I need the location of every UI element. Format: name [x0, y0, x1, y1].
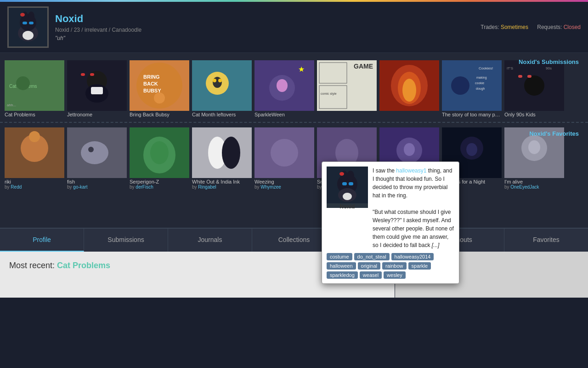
thumb-serperigon[interactable]: Serperigon-Z by derFisch — [130, 127, 189, 190]
svg-point-51 — [524, 75, 544, 96]
riki-author-link[interactable]: Redd — [11, 184, 22, 190]
tag-weasel[interactable]: weasel — [360, 271, 382, 279]
thumb-whiteout[interactable]: White Out & India Ink by Ringabel — [192, 127, 252, 190]
user-avatar — [7, 6, 49, 48]
bottom-content: Most recent: Cat Problems Profile — [0, 252, 588, 298]
user-quote: "uh" — [55, 35, 481, 41]
svg-point-78 — [528, 140, 540, 154]
thumb-title-serperigon: Serperigon-Z — [130, 179, 189, 184]
thumb-fish[interactable]: fish by go-kart — [67, 127, 127, 190]
nav-journals[interactable]: Journals — [168, 229, 252, 252]
thumb-title-jettronome: Jettronome — [67, 112, 127, 117]
svg-text:making: making — [476, 76, 487, 80]
svg-text:★: ★ — [298, 65, 305, 73]
svg-text:BRING: BRING — [143, 74, 159, 80]
svg-text:cookie: cookie — [475, 81, 484, 85]
svg-rect-18 — [91, 87, 103, 94]
thumb-bring-back-bubsy[interactable]: BRINGBACKBUBSY Bring Back Bubsy — [130, 60, 189, 117]
tag-do-not-steal[interactable]: do_not_steal — [354, 253, 390, 260]
thumb-title-sparkleween: SparkleWeen — [254, 112, 314, 117]
tag-wesley[interactable]: wesley — [384, 271, 406, 279]
svg-point-59 — [88, 147, 94, 152]
halloweasy-link[interactable]: halloweasy1 — [396, 167, 426, 174]
thumb-game[interactable]: GAMEcomic style — [317, 60, 377, 117]
svg-text:BACK: BACK — [143, 81, 158, 86]
thumb-by-riki: by Redd — [5, 184, 64, 190]
thumb-riki[interactable]: riki by Redd — [5, 127, 64, 190]
thumb-title-cat-month: Cat Month leftovers — [192, 112, 252, 117]
thumb-cat-month[interactable]: Cat Month leftovers — [192, 60, 252, 117]
svg-point-11 — [16, 76, 30, 90]
tag-halloweasy2014[interactable]: halloweasy2014 — [391, 253, 434, 260]
svg-point-5 — [20, 13, 25, 17]
thumb-title-bring-back-bubsy: Bring Back Bubsy — [130, 112, 189, 117]
nav-submissions[interactable]: Submissions — [84, 229, 168, 252]
thumb-by-alive: by OneEyedJack — [504, 184, 564, 190]
svg-point-75 — [466, 143, 477, 156]
svg-rect-16 — [90, 73, 94, 76]
alive-author-link[interactable]: OneEyedJack — [510, 184, 539, 190]
thumb-cat-problems[interactable]: Cat Problemsahh... Cat Problems — [5, 60, 64, 117]
svg-rect-84 — [342, 182, 347, 185]
nav-profile[interactable]: Profile — [0, 229, 84, 252]
gallery-divider — [0, 122, 588, 123]
svg-point-87 — [343, 193, 352, 200]
svg-point-83 — [339, 172, 344, 176]
thumb-by-whiteout: by Ringabel — [192, 184, 252, 190]
submissions-label: Noxid's Submissions — [514, 57, 583, 67]
nav-favorites[interactable]: Favorites — [504, 229, 588, 252]
svg-point-26 — [213, 77, 222, 88]
svg-text:Cookies!: Cookies! — [479, 66, 493, 70]
bottom-nav: Profile Submissions Journals Collections… — [0, 228, 588, 252]
trades-label: Trades: — [481, 24, 499, 30]
trades-value: Sometimes — [501, 24, 528, 30]
most-recent-title[interactable]: Cat Problems — [57, 261, 110, 270]
tag-sparkle[interactable]: sparkle — [408, 262, 431, 270]
most-recent-prefix: Most recent: — [9, 261, 57, 270]
thumb-sparkleween[interactable]: ★ SparkleWeen — [254, 60, 314, 117]
tag-costume[interactable]: costume — [327, 253, 352, 260]
svg-point-27 — [213, 79, 216, 82]
gallery-row-2: riki by Redd fish by go-kart Serperigon-… — [0, 125, 588, 192]
tag-original[interactable]: original — [358, 262, 380, 270]
thumb-title-riki: riki — [5, 179, 64, 184]
thumb-title-alive: I'm alive — [504, 179, 564, 184]
tag-sparkledog[interactable]: sparkledog — [327, 271, 358, 279]
header-right: Trades: Sometimes Requests: Closed — [481, 24, 581, 30]
thumb-by-fish: by go-kart — [67, 184, 127, 190]
thumb-by-weezing: by Whymzee — [254, 184, 314, 190]
svg-point-28 — [218, 79, 222, 82]
svg-rect-7 — [29, 22, 34, 24]
svg-point-62 — [150, 141, 169, 164]
svg-text:IT'S: IT'S — [507, 66, 513, 70]
tag-rainbow[interactable]: rainbow — [382, 262, 407, 270]
svg-rect-85 — [349, 182, 353, 185]
serperigon-author-link[interactable]: derFisch — [136, 184, 153, 190]
thumb-title-whiteout: White Out & India Ink — [192, 179, 252, 184]
svg-point-58 — [81, 141, 108, 164]
fish-author-link[interactable]: go-kart — [73, 184, 87, 190]
popup-avatar: Noxid — [327, 167, 368, 208]
popup-username: Noxid — [327, 203, 368, 210]
svg-point-8 — [23, 31, 34, 40]
thumb-weezing[interactable]: Weezing by Whymzee — [254, 127, 314, 190]
favorites-label: Noxid's Favorites — [525, 128, 583, 139]
thumb-fire[interactable] — [379, 60, 439, 117]
svg-point-72 — [404, 143, 415, 156]
thumb-cookies[interactable]: Cookies!makingcookiedough The story of t… — [442, 60, 502, 117]
weezing-author-link[interactable]: Whymzee — [260, 184, 281, 190]
svg-point-4 — [28, 12, 34, 21]
svg-point-65 — [222, 137, 240, 169]
svg-rect-52 — [518, 75, 522, 78]
tag-halloween[interactable]: halloween — [327, 262, 356, 270]
svg-text:GAME: GAME — [354, 63, 373, 70]
svg-text:ahh...: ahh... — [7, 103, 16, 107]
thumb-title-weezing: Weezing — [254, 179, 314, 184]
thumb-90s[interactable]: IT'S90s Only 90s Kids — [504, 60, 564, 117]
thumb-jettronome[interactable]: Jettronome — [67, 60, 127, 117]
header-info: Noxid Noxid / 23 / irrelevant / Canadood… — [55, 13, 481, 41]
svg-point-41 — [402, 79, 416, 102]
whiteout-author-link[interactable]: Ringabel — [198, 184, 216, 190]
gallery-area: Cat Problemsahh... Cat Problems Jettrono… — [0, 53, 588, 228]
requests-label: Requests: — [537, 24, 562, 30]
